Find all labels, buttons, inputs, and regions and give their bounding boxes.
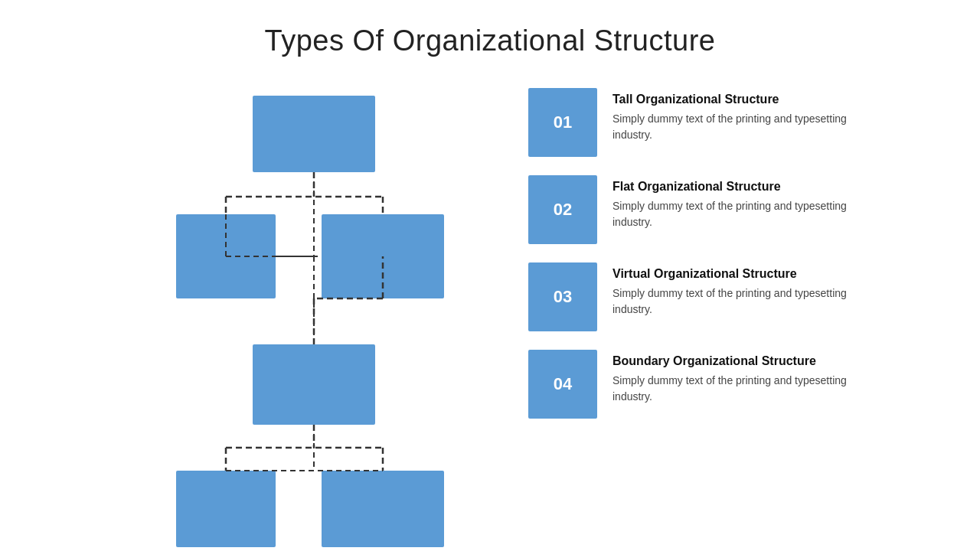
list-number-box-2: 02	[528, 175, 597, 244]
chart-box-4	[253, 344, 375, 425]
list-heading-1: Tall Organizational Structure	[612, 93, 850, 106]
list-section: 01 Tall Organizational Structure Simply …	[528, 80, 850, 419]
list-number-box-4: 04	[528, 350, 597, 419]
chart-box-3	[322, 214, 444, 298]
list-desc-1: Simply dummy text of the printing and ty…	[612, 111, 850, 143]
list-item-2: 02 Flat Organizational Structure Simply …	[528, 175, 850, 244]
list-item-1: 01 Tall Organizational Structure Simply …	[528, 88, 850, 157]
main-content: 01 Tall Organizational Structure Simply …	[0, 73, 980, 509]
org-chart-diagram	[130, 80, 482, 509]
list-item-4: 04 Boundary Organizational Structure Sim…	[528, 350, 850, 419]
list-number-box-1: 01	[528, 88, 597, 157]
list-heading-4: Boundary Organizational Structure	[612, 354, 850, 368]
list-number-box-3: 03	[528, 262, 597, 331]
chart-box-2	[176, 214, 276, 298]
chart-box-6	[322, 471, 444, 547]
list-text-4: Boundary Organizational Structure Simply…	[612, 350, 850, 405]
chart-box-1	[253, 96, 375, 172]
list-desc-4: Simply dummy text of the printing and ty…	[612, 373, 850, 405]
list-heading-3: Virtual Organizational Structure	[612, 267, 850, 281]
list-heading-2: Flat Organizational Structure	[612, 180, 850, 194]
chart-box-5	[176, 471, 276, 547]
list-text-3: Virtual Organizational Structure Simply …	[612, 262, 850, 318]
list-item-3: 03 Virtual Organizational Structure Simp…	[528, 262, 850, 331]
list-desc-3: Simply dummy text of the printing and ty…	[612, 285, 850, 318]
list-desc-2: Simply dummy text of the printing and ty…	[612, 198, 850, 230]
list-text-2: Flat Organizational Structure Simply dum…	[612, 175, 850, 230]
list-text-1: Tall Organizational Structure Simply dum…	[612, 88, 850, 143]
page-title: Types Of Organizational Structure	[0, 0, 980, 73]
